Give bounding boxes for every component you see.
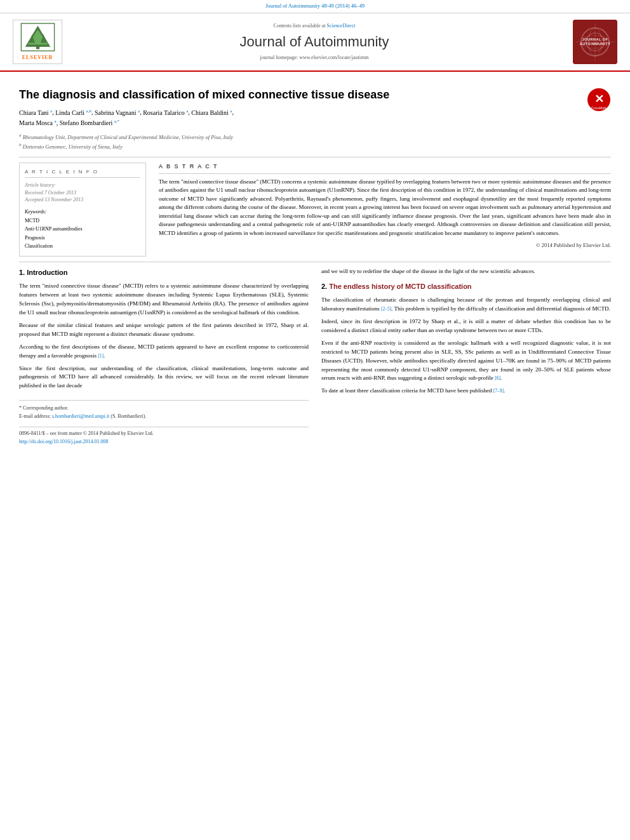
keyword-prognosis: Prognosis — [25, 234, 140, 241]
autoimmunity-journal-logo: JOURNAL OFAUTOIMMUNITY — [573, 20, 617, 64]
elsevier-tree-icon — [20, 23, 55, 51]
keywords-section: Keywords: MCTD Anti-U1RNP autoantibodies… — [25, 208, 140, 250]
section-2-number: 2. — [321, 283, 327, 290]
doi-line: http://dx.doi.org/10.1016/j.jaut.2014.01… — [19, 438, 309, 446]
section2-para-4: To date at least three classification cr… — [321, 387, 611, 396]
journal-title-center: Contents lists available at ScienceDirec… — [62, 22, 566, 61]
bottom-bar: 0896-8411/$ – see front matter © 2014 Pu… — [19, 427, 309, 446]
sciencedirect-link[interactable]: ScienceDirect — [327, 23, 356, 29]
section2-para-2: Indeed, since its first description in 1… — [321, 317, 611, 335]
intro-para-2: Because of the similar clinical features… — [19, 321, 309, 339]
intro-para-3: According to the first descriptions of t… — [19, 343, 309, 361]
footnote-star-label: * Corresponding author. — [19, 404, 309, 412]
issn-line: 0896-8411/$ – see front matter © 2014 Pu… — [19, 430, 309, 437]
email-name: (S. Bombardieri). — [111, 413, 146, 419]
main-content: ✕ CrossMark The diagnosis and classifica… — [0, 72, 630, 455]
autoimmunity-logo-text: JOURNAL OFAUTOIMMUNITY — [580, 37, 611, 46]
section-2-label: The endless history of MCTD classificati… — [329, 283, 471, 290]
doi-link[interactable]: http://dx.doi.org/10.1016/j.jaut.2014.01… — [19, 439, 109, 444]
keyword-classification: Classification — [25, 243, 140, 250]
intro-para-1: The term "mixed connective tissue diseas… — [19, 282, 309, 317]
body-right-column: and we will try to redefine the shape of… — [321, 267, 611, 446]
accepted-date: Accepted 13 November 2013 — [25, 196, 140, 203]
section-1-title: 1. Introduction — [19, 267, 309, 278]
info-abstract-columns: A R T I C L E I N F O Article history: R… — [19, 163, 611, 257]
abstract-section: A B S T R A C T The term "mixed connecti… — [159, 163, 611, 250]
abstract-text: The term "mixed connective tissue diseas… — [159, 178, 611, 238]
elsevier-logo: ELSEVIER — [13, 20, 62, 64]
ref-6: [6] — [495, 375, 500, 381]
journal-name: Journal of Autoimmunity — [62, 32, 566, 52]
article-info-column: A R T I C L E I N F O Article history: R… — [19, 163, 146, 257]
author-marta-mosca: Marta Mosca a — [19, 119, 57, 126]
author-rosaria-talarico: Rosaria Talarico a — [143, 109, 188, 116]
section2-para-3: Even if the anti-RNP reactivity is consi… — [321, 339, 611, 383]
copyright-line: © 2014 Published by Elsevier Ltd. — [159, 241, 611, 250]
section2-para-1: The classification of rheumatic diseases… — [321, 296, 611, 314]
authors-line: Chiara Tani a, Linda Carli a,b, Sabrina … — [19, 107, 611, 128]
article-info-header: A R T I C L E I N F O — [25, 168, 140, 178]
section-1-number: 1. — [19, 269, 25, 276]
author-linda-carli: Linda Carli a,b — [55, 109, 91, 116]
journal-citation: Journal of Autoimmunity 48-49 (2014) 46–… — [265, 3, 365, 9]
svg-text:✕: ✕ — [594, 93, 604, 105]
abstract-header: A B S T R A C T — [159, 163, 611, 174]
affiliation-a: a Rheumatology Unit, Department of Clini… — [19, 132, 611, 142]
affiliations: a Rheumatology Unit, Department of Clini… — [19, 132, 611, 150]
author-chiara-tani: Chiara Tani a — [19, 109, 52, 116]
ref-1: [1] — [98, 353, 104, 359]
autoimmunity-logo-container: JOURNAL OFAUTOIMMUNITY — [566, 20, 617, 64]
article-footer: * Corresponding author. E-mail address: … — [19, 400, 309, 420]
ref-7-9: [7–9] — [493, 388, 504, 394]
author-chiara-baldini: Chiara Baldini a — [191, 109, 232, 116]
journal-citation-bar: Journal of Autoimmunity 48-49 (2014) 46–… — [0, 0, 630, 13]
article-info-box: A R T I C L E I N F O Article history: R… — [19, 163, 146, 257]
crossmark-icon: ✕ CrossMark — [587, 88, 611, 112]
author-sabrina-vagnani: Sabrina Vagnani a — [95, 109, 140, 116]
svg-text:CrossMark: CrossMark — [591, 106, 607, 110]
affiliation-b: b Dottorato Genomec, University of Siena… — [19, 142, 611, 151]
body-divider — [19, 262, 611, 262]
article-title: The diagnosis and classification of mixe… — [19, 88, 611, 102]
intro-para-4: Since the first description, our underst… — [19, 364, 309, 391]
section-2-title: 2. The endless history of MCTD classific… — [321, 281, 611, 292]
elsevier-wordmark: ELSEVIER — [16, 54, 59, 61]
body-left-column: 1. Introduction The term "mixed connecti… — [19, 267, 309, 446]
author-email[interactable]: s.bombardieri@med.unipi.it — [52, 413, 109, 419]
journal-homepage: journal homepage: www.elsevier.com/locat… — [62, 54, 566, 61]
author-stefano-bombardieri: Stefano Bombardieri a,* — [60, 119, 119, 126]
article-history: Article history: Received 7 October 2013… — [25, 182, 140, 203]
page: Journal of Autoimmunity 48-49 (2014) 46–… — [0, 0, 630, 840]
keywords-title: Keywords: — [25, 208, 140, 215]
journal-header: ELSEVIER Contents lists available at Sci… — [0, 13, 630, 72]
footnote-email: E-mail address: s.bombardieri@med.unipi.… — [19, 413, 309, 420]
header-divider — [19, 157, 611, 157]
ref-2-5: [2–5] — [381, 306, 391, 312]
keyword-mctd: MCTD — [25, 217, 140, 224]
section-1-label: Introduction — [27, 269, 67, 276]
abstract-column: A B S T R A C T The term "mixed connecti… — [159, 163, 611, 257]
journal-homepage-url: www.elsevier.com/locate/jautimm — [299, 55, 368, 60]
keyword-anti-u1rnp: Anti-U1RNP autoantibodies — [25, 225, 140, 232]
history-label: Article history: — [25, 182, 140, 189]
sciencedirect-line: Contents lists available at ScienceDirec… — [62, 22, 566, 29]
body-columns: 1. Introduction The term "mixed connecti… — [19, 267, 611, 446]
intro-continued: and we will try to redefine the shape of… — [321, 267, 611, 276]
received-date: Received 7 October 2013 — [25, 189, 140, 196]
